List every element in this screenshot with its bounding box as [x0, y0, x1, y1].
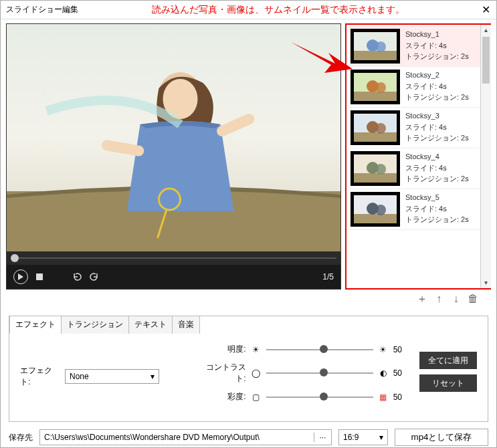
window-title: スライドショー編集: [6, 4, 78, 15]
thumbnail-info: Stocksy_2スライド: 4sトランジション: 2s: [405, 70, 469, 104]
tab-text[interactable]: テキスト: [128, 316, 173, 334]
preview-image: [7, 24, 340, 251]
thumbnail-name: Stocksy_5: [405, 192, 469, 203]
move-up-button[interactable]: ↑: [431, 293, 446, 305]
chevron-down-icon: ▾: [151, 372, 155, 381]
annotation-text: 読み込んだ写真・画像は、サムネイル一覧で表示されます。: [78, 4, 478, 16]
svg-point-12: [375, 41, 386, 52]
thumbnail-name: Stocksy_4: [405, 151, 469, 162]
move-down-button[interactable]: ↓: [449, 293, 464, 305]
save-path-field[interactable]: C:\Users\ws\Documents\Wondershare DVD Me…: [40, 433, 314, 442]
add-thumb-button[interactable]: ＋: [415, 292, 429, 306]
thumbnail-name: Stocksy_1: [405, 29, 469, 40]
contrast-slider[interactable]: [266, 372, 373, 374]
brightness-high-icon: ☀: [379, 345, 388, 354]
contrast-value: 50: [393, 368, 402, 378]
saturation-label: 彩度:: [203, 391, 246, 403]
chevron-down-icon: ▾: [379, 433, 383, 442]
thumb-scrollbar[interactable]: ▴ ▾: [480, 25, 491, 288]
thumbnail-image: [351, 192, 400, 227]
apply-all-button[interactable]: 全てに適用: [419, 352, 477, 369]
svg-rect-14: [354, 92, 397, 101]
close-button[interactable]: ✕: [478, 3, 494, 16]
tab-effect[interactable]: エフェクト: [9, 316, 62, 334]
effect-selected-value: None: [70, 372, 89, 381]
svg-point-28: [375, 205, 386, 215]
contrast-label: コントラスト:: [203, 362, 246, 384]
svg-point-24: [375, 164, 386, 175]
effect-select[interactable]: None ▾: [65, 369, 159, 384]
thumbnail-slide-dur: スライド: 4s: [405, 40, 469, 51]
thumbnail-slide-dur: スライド: 4s: [405, 122, 469, 133]
reset-button[interactable]: リセット: [419, 374, 477, 392]
svg-rect-26: [354, 214, 397, 223]
thumbnail-image: [351, 151, 400, 186]
thumbnail-list: Stocksy_1スライド: 4sトランジション: 2sStocksy_2スライ…: [345, 23, 491, 290]
thumbnail-item[interactable]: Stocksy_1スライド: 4sトランジション: 2s: [349, 26, 480, 67]
thumbnail-info: Stocksy_3スライド: 4sトランジション: 2s: [405, 110, 469, 145]
thumbnail-name: Stocksy_2: [405, 70, 469, 81]
svg-point-16: [375, 82, 386, 93]
saturation-value: 50: [393, 393, 402, 402]
slide-counter: 1/5: [322, 272, 334, 282]
brightness-value: 50: [393, 345, 402, 354]
contrast-low-icon: ◯: [252, 368, 261, 378]
thumbnail-image: [351, 70, 400, 104]
save-path-label: 保存先: [9, 432, 33, 443]
thumbnail-image: [351, 110, 400, 145]
thumbnail-info: Stocksy_4スライド: 4sトランジション: 2s: [405, 151, 469, 186]
thumbnail-item[interactable]: Stocksy_3スライド: 4sトランジション: 2s: [349, 108, 480, 148]
rotate-left-button[interactable]: [72, 272, 82, 282]
saturation-slider[interactable]: [266, 397, 373, 398]
thumbnail-info: Stocksy_1スライド: 4sトランジション: 2s: [405, 29, 469, 64]
play-button[interactable]: [13, 269, 28, 284]
thumbnail-slide-dur: スライド: 4s: [405, 162, 469, 174]
thumbnail-item[interactable]: Stocksy_4スライド: 4sトランジション: 2s: [349, 148, 480, 189]
svg-rect-8: [36, 273, 43, 280]
thumbnail-trans-dur: トランジション: 2s: [405, 51, 469, 62]
thumbnail-slide-dur: スライド: 4s: [405, 81, 469, 92]
thumbnail-trans-dur: トランジション: 2s: [405, 92, 469, 103]
thumbnail-image: [351, 29, 400, 64]
thumbnail-info: Stocksy_5スライド: 4sトランジション: 2s: [405, 192, 469, 227]
contrast-high-icon: ◐: [379, 368, 388, 378]
effect-label: エフェクト:: [20, 365, 60, 388]
tab-transition[interactable]: トランジション: [61, 316, 129, 334]
thumbnail-trans-dur: トランジション: 2s: [405, 214, 469, 225]
browse-button[interactable]: ···: [314, 433, 331, 442]
delete-thumb-button[interactable]: 🗑: [466, 293, 480, 305]
thumbnail-item[interactable]: Stocksy_2スライド: 4sトランジション: 2s: [349, 67, 480, 108]
seek-bar[interactable]: [7, 251, 340, 265]
rotate-right-button[interactable]: [90, 272, 99, 282]
svg-rect-10: [354, 51, 397, 60]
thumbnail-item[interactable]: Stocksy_5スライド: 4sトランジション: 2s: [349, 189, 480, 230]
aspect-select[interactable]: 16:9 ▾: [338, 429, 388, 445]
saturation-high-icon: ▦: [379, 393, 388, 402]
tab-music[interactable]: 音楽: [172, 316, 200, 334]
brightness-slider[interactable]: [266, 349, 373, 350]
saturation-low-icon: ▢: [252, 393, 261, 402]
save-mp4-button[interactable]: mp4として保存: [395, 429, 488, 446]
svg-rect-22: [354, 173, 397, 183]
thumbnail-trans-dur: トランジション: 2s: [405, 173, 469, 185]
thumbnail-trans-dur: トランジション: 2s: [405, 132, 469, 144]
brightness-low-icon: ☀: [252, 345, 261, 354]
preview-area: 1/5: [6, 23, 341, 290]
stop-button[interactable]: [36, 273, 43, 280]
svg-rect-18: [354, 132, 397, 142]
thumbnail-name: Stocksy_3: [405, 110, 469, 122]
brightness-label: 明度:: [203, 344, 246, 355]
aspect-value: 16:9: [343, 433, 359, 442]
svg-point-20: [375, 123, 386, 134]
thumbnail-slide-dur: スライド: 4s: [405, 203, 469, 215]
